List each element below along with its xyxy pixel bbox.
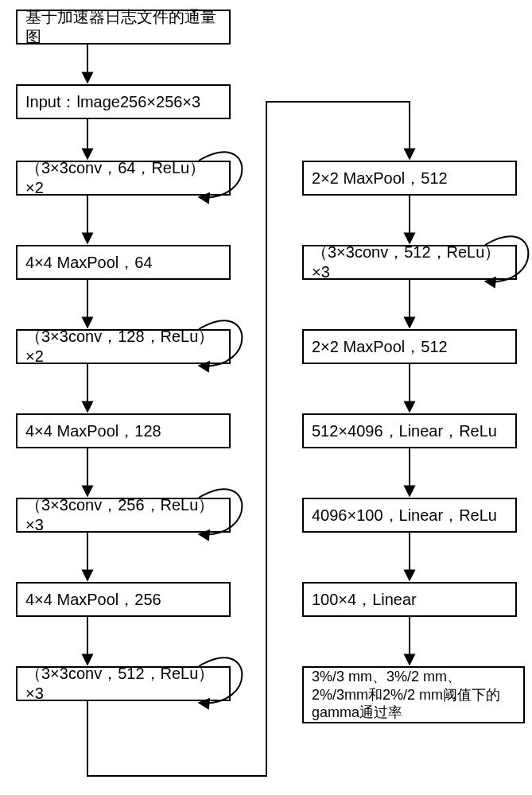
node-conv512-right: （3×3conv，512，ReLu）×3 xyxy=(302,245,517,280)
node-input: Input：lmage256×256×3 xyxy=(16,84,231,119)
node-label: 4×4 MaxPool，128 xyxy=(25,421,161,441)
node-label: 2×2 MaxPool，512 xyxy=(312,169,448,188)
node-label: （3×3conv，512，ReLu）×3 xyxy=(25,664,221,704)
node-label: Input：lmage256×256×3 xyxy=(25,92,200,112)
node-conv512-left: （3×3conv，512，ReLu）×3 xyxy=(16,666,231,701)
node-label: 3%/3 mm、3%/2 mm、2%/3mm和2%/2 mm阈值下的gamma通… xyxy=(312,668,515,722)
node-label: （3×3conv，512，ReLu）×3 xyxy=(312,242,507,282)
node-title: 基于加速器日志文件的通量图 xyxy=(16,10,231,45)
node-maxpool128: 4×4 MaxPool，128 xyxy=(16,413,231,448)
node-output: 3%/3 mm、3%/2 mm、2%/3mm和2%/2 mm阈值下的gamma通… xyxy=(302,666,525,723)
node-label: 2×2 MaxPool，512 xyxy=(312,337,448,357)
node-conv128: （3×3conv，128，ReLu）×2 xyxy=(16,329,231,364)
node-label: 基于加速器日志文件的通量图 xyxy=(25,7,221,47)
node-label: （3×3conv，256，ReLu）×3 xyxy=(25,495,221,535)
flowchart-canvas: 基于加速器日志文件的通量图 Input：lmage256×256×3 （3×3c… xyxy=(0,0,532,795)
node-label: 4×4 MaxPool，64 xyxy=(25,253,153,273)
node-label: 4×4 MaxPool，256 xyxy=(25,590,161,610)
node-conv64: （3×3conv，64，ReLu）×2 xyxy=(16,161,231,196)
node-maxpool512-b: 2×2 MaxPool，512 xyxy=(302,329,517,364)
node-label: （3×3conv，64，ReLu）×2 xyxy=(25,158,221,198)
node-label: （3×3conv，128，ReLu）×2 xyxy=(25,327,221,366)
node-label: 512×4096，Linear，ReLu xyxy=(312,421,497,441)
node-maxpool256: 4×4 MaxPool，256 xyxy=(16,582,231,617)
node-label: 100×4，Linear xyxy=(312,590,417,610)
node-maxpool64: 4×4 MaxPool，64 xyxy=(16,245,231,280)
node-fc2: 4096×100，Linear，ReLu xyxy=(302,498,517,533)
node-conv256: （3×3conv，256，ReLu）×3 xyxy=(16,498,231,533)
node-label: 4096×100，Linear，ReLu xyxy=(312,506,497,525)
node-fc1: 512×4096，Linear，ReLu xyxy=(302,413,517,448)
node-maxpool512-a: 2×2 MaxPool，512 xyxy=(302,161,517,196)
node-fc3: 100×4，Linear xyxy=(302,582,517,617)
